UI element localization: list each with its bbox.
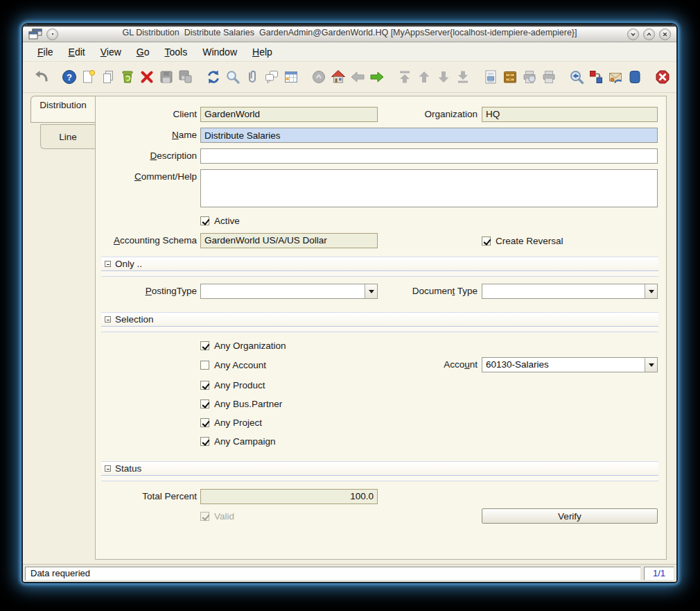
maximize-button[interactable]	[643, 28, 655, 40]
first-record-icon	[396, 69, 413, 85]
section-collapse-icon[interactable]	[105, 261, 111, 267]
any-campaign-checkbox-row[interactable]: Any Campaign	[200, 436, 276, 447]
menu-tools[interactable]: Tools	[157, 44, 195, 60]
minimize-button[interactable]	[627, 28, 639, 40]
first-record-button	[395, 67, 414, 87]
comment-help-field[interactable]	[200, 169, 658, 207]
menu-help[interactable]: Help	[245, 44, 280, 60]
create-reversal-checkbox[interactable]	[482, 236, 491, 246]
any-product-checkbox-row[interactable]: Any Product	[200, 380, 265, 390]
attachment-button[interactable]	[243, 67, 262, 87]
menu-window[interactable]: Window	[195, 44, 245, 60]
tab-distribution[interactable]: Distribution	[30, 96, 95, 123]
detail-record-button[interactable]	[367, 67, 387, 87]
menubar: File Edit View Go Tools Window Help	[23, 42, 676, 62]
save-button	[157, 67, 176, 87]
grid-toggle-button[interactable]	[281, 67, 301, 87]
any-account-checkbox-row[interactable]: Any Account	[200, 360, 266, 370]
product-info-icon	[627, 69, 643, 85]
workflow-button[interactable]	[586, 67, 606, 87]
copy-record-button[interactable]	[98, 67, 118, 87]
create-reversal-checkbox-row[interactable]: Create Reversal	[482, 236, 563, 246]
home-menu-button[interactable]	[329, 67, 348, 87]
document-type-dropdown-button[interactable]	[645, 284, 657, 298]
requests-button[interactable]	[606, 67, 625, 87]
menu-file[interactable]: File	[30, 44, 61, 60]
previous-record-button	[414, 67, 434, 87]
archive-button[interactable]	[500, 67, 520, 87]
app-icon	[28, 28, 42, 40]
any-organization-checkbox-row[interactable]: Any Organization	[200, 341, 286, 351]
name-field[interactable]	[200, 128, 658, 143]
menu-view[interactable]: View	[93, 44, 129, 60]
report-button[interactable]	[481, 67, 500, 87]
delete-selection-button[interactable]	[137, 67, 157, 87]
total-percent-field: 100.0	[200, 489, 378, 504]
help-button[interactable]: ?	[60, 67, 79, 87]
save-and-create-icon	[177, 69, 194, 85]
window-shade-button[interactable]	[46, 28, 58, 40]
section-strip	[101, 327, 658, 332]
any-product-checkbox[interactable]	[200, 381, 209, 390]
organization-field: HQ	[482, 107, 658, 122]
zoom-across-icon	[568, 69, 585, 85]
section-collapse-icon[interactable]	[105, 316, 111, 322]
chat-button[interactable]	[262, 67, 281, 87]
accounting-schema-field: GardenWorld US/A/US Dollar	[200, 233, 378, 248]
app-window: GL Distribution Distribute Salaries Gard…	[21, 23, 678, 583]
accounting-schema-label: Accounting Schema	[96, 233, 197, 248]
status-message: Data requeried	[25, 567, 641, 580]
posting-type-combo[interactable]	[200, 284, 378, 299]
delete-record-button[interactable]	[118, 67, 137, 87]
arrow-down-icon	[649, 363, 654, 367]
archive-icon	[502, 69, 518, 85]
close-button[interactable]	[659, 28, 671, 40]
requery-button[interactable]	[204, 67, 223, 87]
account-combo[interactable]: 60130-Salaries	[482, 357, 658, 372]
menu-edit[interactable]: Edit	[61, 44, 93, 60]
save-icon	[158, 69, 175, 85]
exit-button[interactable]	[653, 67, 672, 87]
description-label: Description	[96, 148, 197, 164]
document-type-combo[interactable]	[482, 284, 658, 299]
section-status[interactable]: Status	[101, 461, 658, 476]
content-area: Distribution Line Client GardenWorld Org…	[23, 93, 676, 564]
delete-record-icon	[119, 69, 136, 85]
any-project-checkbox-row[interactable]: Any Project	[200, 418, 262, 428]
print-icon	[541, 69, 557, 85]
account-dropdown-button[interactable]	[645, 358, 657, 372]
active-checkbox[interactable]	[200, 216, 209, 225]
any-project-checkbox[interactable]	[200, 418, 209, 427]
help-icon: ?	[61, 69, 78, 85]
titlebar: GL Distribution Distribute Salaries Gard…	[23, 24, 676, 42]
zoom-across-button[interactable]	[567, 67, 586, 87]
active-checkbox-row[interactable]: Active	[200, 216, 240, 226]
copy-record-icon	[100, 69, 116, 85]
section-collapse-icon[interactable]	[105, 465, 111, 472]
comment-help-label: Comment/Help	[96, 169, 197, 184]
any-bus-partner-checkbox[interactable]	[200, 399, 209, 408]
verify-button[interactable]: Verify	[482, 508, 658, 524]
new-record-button[interactable]	[79, 67, 98, 87]
any-organization-checkbox[interactable]	[200, 341, 209, 350]
any-campaign-checkbox[interactable]	[200, 437, 209, 446]
form-panel: Client GardenWorld Organization HQ Name …	[95, 96, 667, 560]
record-indicator: 1/1	[644, 567, 674, 580]
client-label: Client	[96, 107, 197, 122]
product-info-button[interactable]	[625, 67, 645, 87]
section-selection[interactable]: Selection	[101, 312, 658, 327]
window-title: GL Distribution Distribute Salaries Gard…	[106, 28, 593, 37]
any-account-checkbox[interactable]	[200, 361, 209, 370]
history-button	[309, 67, 329, 87]
any-bus-partner-checkbox-row[interactable]: Any Bus.Partner	[200, 399, 282, 409]
arrow-left-icon	[349, 69, 366, 85]
tab-line[interactable]: Line	[40, 124, 95, 149]
find-button[interactable]	[223, 67, 243, 87]
document-type-label: Document Type	[367, 284, 478, 299]
menu-go[interactable]: Go	[129, 44, 157, 60]
ignore-undo-button[interactable]	[32, 67, 51, 87]
section-only[interactable]: Only ..	[101, 257, 658, 271]
paperclip-icon	[244, 69, 261, 85]
posting-type-label: PostingType	[96, 284, 197, 299]
description-field[interactable]	[200, 148, 658, 164]
